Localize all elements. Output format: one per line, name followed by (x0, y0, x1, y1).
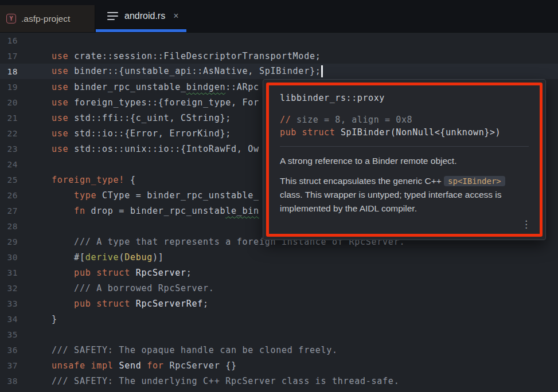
line-number[interactable]: 38 (0, 377, 18, 386)
yaml-file-icon: Y (6, 14, 16, 23)
close-tab-icon[interactable]: × (173, 11, 178, 21)
line-number[interactable]: 31 (0, 268, 18, 277)
code-text: use crate::session::FileDescriptorTransp… (52, 51, 321, 61)
comment-text: size = 8, align = 0x8 (296, 115, 412, 125)
active-tab-indicator (96, 29, 186, 32)
tab-project[interactable]: Y .asfp-project (0, 5, 95, 32)
line-number[interactable]: 25 (0, 175, 18, 185)
code-text: use std::os::unix::io::{IntoRawFd, Ow (52, 144, 259, 154)
code-text: use std::io::{Error, ErrorKind}; (52, 128, 231, 139)
signature-keyword: pub struct (280, 127, 341, 138)
line-number[interactable]: 30 (0, 253, 18, 262)
line-number[interactable]: 37 (0, 361, 18, 370)
more-options-icon[interactable]: ⋮ (521, 219, 531, 229)
code-text: fn drop = binder_rpc_unstable_bin (52, 206, 259, 216)
line-number[interactable]: 32 (0, 284, 18, 293)
signature-body: SpIBinder(NonNull<{unknown}>) (341, 127, 501, 138)
code-text: use foreign_types::{foreign_type, For (52, 97, 259, 108)
popup-description-2: This struct encapsulates the generic C++… (280, 174, 529, 215)
line-number[interactable]: 27 (0, 206, 18, 215)
code-line-30[interactable]: 30 #[derive(Debug)] (0, 249, 558, 265)
code-line-33[interactable]: 33 pub struct RpcServerRef; (0, 296, 558, 311)
file-lines-icon (107, 12, 119, 20)
code-text: /// SAFETY: The opaque handle can be clo… (52, 345, 338, 355)
code-line-16[interactable]: 16 (0, 33, 558, 48)
code-text: /// SAFETY: The underlying C++ RpcServer… (52, 376, 399, 386)
code-text: use std::ffi::{c_uint, CString}; (52, 113, 231, 123)
line-number[interactable]: 16 (0, 36, 18, 45)
popup-size-comment: // size = 8, align = 0x8 (280, 113, 529, 126)
description-text-a: This struct encapsulates the generic C++ (280, 176, 444, 186)
code-line-35[interactable]: 35 (0, 327, 558, 342)
line-number[interactable]: 20 (0, 98, 18, 107)
popup-signature: pub struct SpIBinder(NonNull<{unknown}>) (280, 126, 529, 139)
line-number[interactable]: 33 (0, 299, 18, 308)
tab-android-rs[interactable]: android.rs × (96, 0, 186, 32)
code-line-38[interactable]: 38/// SAFETY: The underlying C++ RpcServ… (0, 373, 558, 389)
line-number[interactable]: 29 (0, 237, 18, 246)
line-number[interactable]: 21 (0, 113, 18, 123)
code-text: /// A borrowed RpcServer. (52, 283, 214, 293)
inline-code-chip: sp<IBinder> (444, 176, 505, 186)
code-text: unsafe impl Send for RpcServer {} (52, 360, 237, 371)
code-line-36[interactable]: 36/// SAFETY: The opaque handle can be c… (0, 342, 558, 358)
line-number[interactable]: 18 (0, 67, 18, 76)
popup-divider (280, 146, 529, 147)
popup-description-1: A strong reference to a Binder remote ob… (280, 154, 529, 168)
code-text: pub struct RpcServer; (52, 268, 192, 278)
line-number[interactable]: 24 (0, 160, 18, 169)
line-number[interactable]: 28 (0, 222, 18, 231)
project-tab-label: .asfp-project (21, 14, 70, 24)
line-number[interactable]: 35 (0, 330, 18, 339)
line-number[interactable]: 23 (0, 144, 18, 154)
code-text: } (52, 314, 57, 324)
editor-tab-label: android.rs (124, 11, 165, 21)
tab-bar: Y .asfp-project android.rs × (0, 0, 558, 33)
line-number[interactable]: 36 (0, 346, 18, 355)
code-text: foreign_type! { (52, 175, 136, 185)
code-line-18[interactable]: 18use binder::{unstable_api::AsNative, S… (0, 64, 558, 79)
code-text: #[derive(Debug)] (52, 252, 164, 262)
comment-slashes: // (280, 115, 296, 125)
line-number[interactable]: 17 (0, 52, 18, 61)
code-line-34[interactable]: 34} (0, 311, 558, 327)
code-line-32[interactable]: 32 /// A borrowed RpcServer. (0, 280, 558, 296)
code-text: type CType = binder_rpc_unstable_ (52, 190, 259, 201)
line-number[interactable]: 34 (0, 315, 18, 324)
code-line-17[interactable]: 17use crate::session::FileDescriptorTran… (0, 48, 558, 64)
line-number[interactable]: 26 (0, 191, 18, 200)
code-line-31[interactable]: 31 pub struct RpcServer; (0, 265, 558, 280)
description-text-b: class. This wrapper is untyped; typed in… (280, 190, 502, 213)
documentation-popup: libbinder_rs::proxy // size = 8, align =… (263, 79, 546, 240)
code-line-37[interactable]: 37unsafe impl Send for RpcServer {} (0, 358, 558, 373)
popup-module-path: libbinder_rs::proxy (280, 93, 529, 103)
line-number[interactable]: 22 (0, 129, 18, 138)
code-text: use binder::{unstable_api::AsNative, SpI… (52, 65, 323, 77)
text-cursor (321, 65, 323, 77)
code-text: use binder_rpc_unstable_bindgen::ARpc (52, 82, 259, 92)
code-text: pub struct RpcServerRef; (52, 299, 209, 309)
line-number[interactable]: 19 (0, 83, 18, 92)
